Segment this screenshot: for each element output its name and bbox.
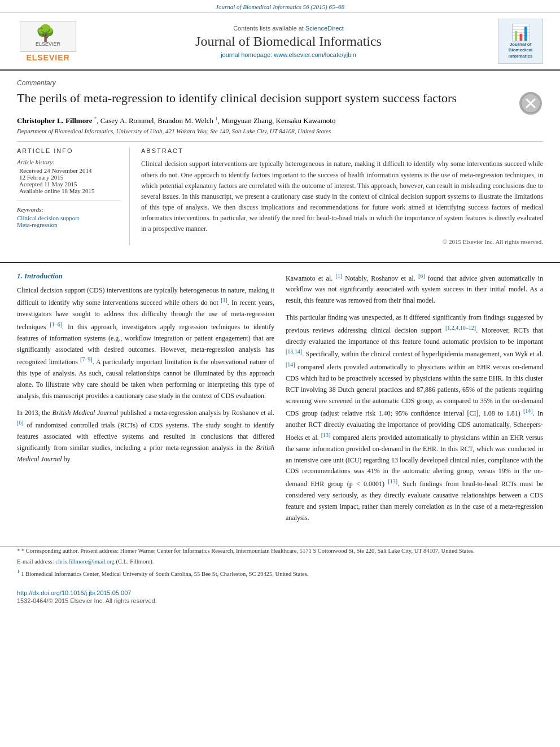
contents-available-line: Contents lists available at ScienceDirec…: [79, 25, 498, 32]
footnote-1: 1 1 Biomedical Informatics Center, Medic…: [17, 568, 543, 578]
authors-line: Christopher L. Fillmore *, Casey A. Romm…: [17, 116, 543, 125]
ref-6b[interactable]: [6]: [418, 273, 425, 279]
info-divider: [17, 200, 121, 200]
body-para-4: This particular finding was unexpected, …: [286, 312, 543, 523]
body-right-col: Kawamoto et al. [1] Notably, Roshanov et…: [286, 272, 543, 530]
keyword-2[interactable]: Meta-regression: [17, 221, 121, 228]
ref-1[interactable]: [1]: [221, 297, 228, 303]
ref-1-6[interactable]: [1–6]: [50, 321, 62, 327]
footnote-star-text: * Corresponding author. Present address:…: [21, 548, 475, 554]
main-content: Commentary The perils of meta-regression…: [0, 71, 560, 254]
title-with-crossmark: The perils of meta-regression to identif…: [17, 90, 543, 116]
email-link[interactable]: chris.fillmore@imail.org: [55, 558, 115, 565]
section-1-heading: 1. Introduction: [17, 272, 274, 281]
copyright-line: © 2015 Elsevier Inc. All rights reserved…: [141, 238, 543, 245]
abstract-col: ABSTRACT Clinical decision support inter…: [141, 147, 543, 244]
author-primary: Christopher L. Fillmore: [17, 116, 93, 125]
ref-13-14a[interactable]: [13,14]: [286, 348, 302, 355]
author-2: Casey A. Rommel, Brandon M. Welch: [100, 116, 213, 125]
issn-line: 1532-0464/© 2015 Elsevier Inc. All right…: [17, 597, 543, 604]
footnotes-section: * * Corresponding author. Present addres…: [0, 546, 560, 586]
footnote-email: E-mail address: chris.fillmore@imail.org…: [17, 557, 543, 566]
elsevier-logo: 🌳 ELSEVIER ELSEVIER: [17, 21, 79, 62]
footnote-1-text: 1 Biomedical Informatics Center, Medical…: [21, 570, 308, 576]
history-label: Article history:: [17, 159, 121, 165]
article-title: The perils of meta-regression to identif…: [17, 90, 457, 107]
affiliation: Department of Biomedical Informatics, Un…: [17, 128, 543, 134]
ref-7-9[interactable]: [7–9]: [80, 356, 93, 362]
footnote-star: * * Corresponding author. Present addres…: [17, 547, 543, 556]
ref-14b[interactable]: [14]: [523, 408, 533, 414]
revised-date: 12 February 2015: [19, 174, 121, 181]
elsevier-wordmark: ELSEVIER: [26, 53, 69, 62]
history-section: Article history: Received 24 November 20…: [17, 159, 121, 194]
corresponding-marker: *: [94, 116, 97, 121]
jbi-logo-icon: 📊: [511, 23, 531, 42]
keyword-1[interactable]: Clinical decision support: [17, 215, 121, 221]
doi-section: http://dx.doi.org/10.1016/j.jbi.2015.05.…: [0, 586, 560, 607]
ref-6a[interactable]: [6]: [17, 420, 24, 426]
journal-center: Contents lists available at ScienceDirec…: [79, 25, 498, 58]
author-3: Mingyuan Zhang, Kensaku Kawamoto: [221, 116, 335, 125]
bmj-title-2: British Medical Journal: [17, 444, 274, 463]
body-para-3: Kawamoto et al. [1] Notably, Roshanov et…: [286, 272, 543, 307]
section-type: Commentary: [17, 79, 543, 87]
crossmark-badge[interactable]: [518, 90, 543, 116]
header-divider: [17, 141, 543, 142]
contents-label: Contents lists available at: [233, 25, 304, 32]
journal-volume-info: Journal of Biomedical Informatics 56 (20…: [216, 3, 344, 10]
keywords-label: Keywords:: [17, 206, 121, 213]
crossmark-icon[interactable]: [519, 92, 542, 115]
ref-13a[interactable]: [13]: [321, 432, 331, 438]
email-label: E-mail address:: [17, 558, 54, 565]
article-info-heading: ARTICLE INFO: [17, 147, 121, 154]
journal-title-main: Journal of Biomedical Informatics: [79, 34, 498, 49]
received-date: Received 24 November 2014: [19, 167, 121, 174]
abstract-text: Clinical decision support interventions …: [141, 159, 543, 234]
bmj-title: British Medical Journal: [53, 409, 119, 417]
accepted-date: Accepted 11 May 2015: [19, 181, 121, 187]
ref-1-2-4-10-12[interactable]: [1,2,4,10–12]: [445, 325, 476, 331]
body-para-2: In 2013, the British Medical Journal pub…: [17, 408, 274, 465]
ref-14a[interactable]: [14]: [286, 361, 295, 368]
body-content: 1. Introduction Clinical decision suppor…: [0, 272, 560, 541]
available-date: Available online 18 May 2015: [19, 187, 121, 194]
jbi-logo: 📊 Journal ofBiomedicalInformatics: [498, 19, 543, 64]
author-footnote-1: 1: [215, 116, 218, 121]
article-info-col: ARTICLE INFO Article history: Received 2…: [17, 147, 130, 244]
page-wrapper: Journal of Biomedical Informatics 56 (20…: [0, 0, 560, 607]
body-para-1: Clinical decision support (CDS) interven…: [17, 285, 274, 402]
star-symbol: *: [17, 548, 20, 554]
abstract-heading: ABSTRACT: [141, 147, 543, 154]
doi-link[interactable]: http://dx.doi.org/10.1016/j.jbi.2015.05.…: [17, 589, 131, 596]
journal-homepage: journal homepage: www.elsevier.com/locat…: [79, 51, 498, 58]
elsevier-tree-icon: 🌳: [36, 25, 60, 41]
sciencedirect-link[interactable]: ScienceDirect: [305, 25, 344, 32]
journal-header: 🌳 ELSEVIER ELSEVIER Contents lists avail…: [0, 13, 560, 71]
jbi-logo-text: Journal ofBiomedicalInformatics: [508, 42, 532, 59]
footnote-1-sup: 1: [17, 569, 20, 574]
elsevier-caption: ELSEVIER: [36, 41, 60, 47]
elsevier-image: 🌳 ELSEVIER: [20, 21, 76, 52]
email-suffix: (C.L. Fillmore).: [116, 558, 154, 565]
crossmark-svg: [520, 93, 541, 113]
body-left-col: 1. Introduction Clinical decision suppor…: [17, 272, 274, 530]
article-info-abstract: ARTICLE INFO Article history: Received 2…: [17, 147, 543, 244]
keywords-section: Keywords: Clinical decision support Meta…: [17, 206, 121, 228]
journal-header-bar: Journal of Biomedical Informatics 56 (20…: [0, 0, 560, 13]
ref-1b[interactable]: [1]: [335, 273, 342, 279]
ref-13b[interactable]: [13]: [388, 478, 397, 484]
section-divider: [0, 262, 560, 263]
